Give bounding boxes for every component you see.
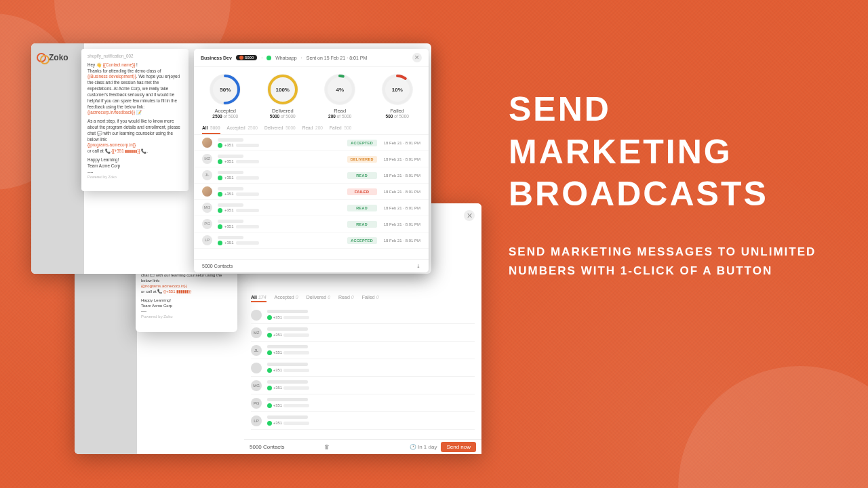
template-program-link: {{programs.acmecorp.in}} bbox=[141, 284, 187, 288]
recipient-row[interactable]: PG +351 READ 18 Feb 21 · 8:01 PM bbox=[194, 216, 429, 232]
template-call-var: {{+351 ▮▮▮▮▮▮}} bbox=[163, 289, 191, 293]
whatsapp-icon bbox=[267, 368, 272, 373]
status-badge: ACCEPTED bbox=[347, 140, 377, 146]
template-team: Team Acme Corp bbox=[87, 163, 182, 169]
template-greeting-suffix: ! bbox=[135, 62, 138, 67]
contact-phone: +351 bbox=[267, 421, 309, 426]
template-powered: Powered by Zoko bbox=[141, 314, 232, 319]
recipient-row[interactable]: MG +351 bbox=[251, 377, 475, 394]
memo-icon: 📝 bbox=[135, 110, 142, 115]
row-timestamp: 18 Feb 21 · 8:01 PM bbox=[384, 190, 420, 194]
contact-name-redacted bbox=[267, 415, 308, 419]
gauge-failed: 10% Failed 500 of 5000 bbox=[373, 74, 422, 119]
template-preview-card: shopify_notification_002 Hey 👋 {{Contact… bbox=[81, 49, 189, 191]
gauge-label: Failed bbox=[391, 108, 404, 114]
send-now-button[interactable]: Send now bbox=[441, 442, 476, 452]
whatsapp-icon bbox=[267, 421, 272, 426]
contact-phone: +351 bbox=[218, 159, 347, 164]
svg-point-4 bbox=[326, 76, 353, 103]
contact-phone: +351 bbox=[267, 333, 309, 338]
template-powered: Powered by Zoko bbox=[87, 175, 182, 180]
template-feedback-link: {{acmecorp.in/feedback}} bbox=[87, 110, 135, 115]
recipient-row[interactable]: +351 bbox=[251, 306, 475, 324]
campaign-title: Business Dev bbox=[201, 56, 232, 60]
avatar: MZ bbox=[202, 154, 212, 164]
recipient-row[interactable]: LP +351 bbox=[251, 412, 475, 430]
template-course-var: {{Business development}} bbox=[87, 74, 136, 79]
whatsapp-icon bbox=[267, 350, 272, 355]
whatsapp-icon bbox=[218, 143, 222, 148]
close-icon[interactable]: ✕ bbox=[464, 210, 475, 221]
recipient-row[interactable]: MZ +351 bbox=[251, 324, 475, 342]
recipient-row[interactable]: JL +351 READ 18 Feb 21 · 8:01 PM bbox=[194, 167, 429, 184]
status-badge: ACCEPTED bbox=[347, 237, 377, 244]
recipient-row[interactable]: MZ +351 DELIVERED 18 Feb 21 · 8:01 PM bbox=[194, 151, 429, 167]
brand-name: Zoko bbox=[49, 53, 68, 62]
download-icon[interactable]: ⤓ bbox=[416, 264, 420, 269]
contact-phone: +351 bbox=[267, 350, 309, 355]
filter-tab-failed[interactable]: Failed 0 bbox=[362, 295, 379, 302]
whatsapp-icon bbox=[267, 403, 272, 408]
gauge-fraction: 2500 of 5000 bbox=[212, 114, 238, 119]
recipients-list: All 174Accepted 0Delivered 0Read 0Failed… bbox=[251, 295, 475, 430]
schedule-label[interactable]: 🕐 In 1 day bbox=[410, 444, 437, 450]
avatar bbox=[202, 138, 212, 148]
filter-tab-read[interactable]: Read 0 bbox=[338, 295, 354, 302]
template-program-link: {{programs.acmecorp.in}} bbox=[87, 142, 136, 147]
contact-phone: +351 bbox=[218, 192, 347, 197]
filter-tab-delivered[interactable]: Delivered 5000 bbox=[264, 125, 296, 134]
avatar: MZ bbox=[251, 327, 262, 338]
schedule-text: In 1 day bbox=[418, 444, 437, 450]
dot-icon bbox=[239, 56, 243, 60]
hero-subtitle: SEND MARKETING MESSAGES TO UNLIMITED NUM… bbox=[509, 243, 827, 282]
gauge-accepted: 50% Accepted 2500 of 5000 bbox=[201, 74, 250, 119]
row-timestamp: 18 Feb 21 · 8:01 PM bbox=[384, 206, 420, 210]
logo-icon bbox=[37, 53, 46, 62]
gauge-fraction: 200 of 5000 bbox=[328, 114, 351, 119]
row-timestamp: 18 Feb 21 · 8:01 PM bbox=[384, 222, 420, 226]
recipient-row[interactable]: +351 ACCEPTED 18 Feb 21 · 8:01 PM bbox=[194, 135, 429, 151]
avatar: LP bbox=[251, 415, 262, 426]
filter-tab-failed[interactable]: Failed 500 bbox=[330, 125, 351, 134]
template-team: Team Acme Corp bbox=[141, 303, 232, 308]
recipient-row[interactable]: PG +351 bbox=[251, 394, 475, 412]
recipient-row[interactable]: +351 FAILED 18 Feb 21 · 8:01 PM bbox=[194, 184, 429, 200]
recipient-row[interactable]: +351 bbox=[251, 359, 475, 377]
template-signoff: Happy Learning! bbox=[87, 157, 182, 163]
contact-name-redacted bbox=[267, 345, 308, 348]
svg-point-6 bbox=[384, 76, 411, 103]
template-contact-var: {{Contact name}} bbox=[103, 62, 136, 67]
delete-icon[interactable]: 🗑 bbox=[324, 444, 330, 450]
whatsapp-icon bbox=[267, 333, 272, 338]
phone-icon: 📞. bbox=[140, 148, 149, 153]
filter-tab-delivered[interactable]: Delivered 0 bbox=[307, 295, 330, 302]
avatar: PG bbox=[251, 398, 262, 409]
template-body2: As a next step, if you would like to kno… bbox=[87, 119, 182, 142]
contacts-count: 5000 Contacts bbox=[250, 444, 285, 450]
avatar bbox=[202, 186, 212, 197]
recipient-row[interactable]: LP +351 ACCEPTED 18 Feb 21 · 8:01 PM bbox=[194, 232, 429, 249]
template-call-prefix: or call at 📞 bbox=[87, 148, 111, 153]
filter-tab-read[interactable]: Read 200 bbox=[302, 125, 323, 134]
recipient-row[interactable]: MG +351 READ 18 Feb 21 · 8:01 PM bbox=[194, 200, 429, 216]
gauge-fraction: 500 of 5000 bbox=[386, 114, 409, 119]
whatsapp-icon bbox=[267, 386, 272, 390]
contact-phone: +351 bbox=[218, 176, 347, 180]
whatsapp-icon bbox=[218, 208, 222, 213]
recipient-row[interactable]: JL +351 bbox=[251, 342, 475, 359]
recipient-count-pill: 5000 bbox=[236, 55, 257, 60]
whatsapp-icon bbox=[218, 192, 222, 197]
filter-tab-accepted[interactable]: Accepted 0 bbox=[275, 295, 298, 302]
contact-phone: +351 bbox=[218, 208, 347, 213]
avatar: PG bbox=[202, 219, 212, 229]
avatar: LP bbox=[202, 235, 212, 245]
close-icon[interactable]: ✕ bbox=[412, 53, 422, 62]
contact-name-redacted bbox=[218, 138, 243, 142]
whatsapp-icon bbox=[267, 56, 271, 60]
filter-tab-accepted[interactable]: Accepted 2500 bbox=[227, 125, 258, 134]
gauge-label: Delivered bbox=[272, 108, 294, 114]
filter-tab-all[interactable]: All 5000 bbox=[202, 125, 220, 134]
filter-tab-all[interactable]: All 174 bbox=[251, 295, 267, 302]
contact-name-redacted bbox=[267, 363, 308, 366]
recipient-count: 5000 bbox=[245, 56, 254, 60]
